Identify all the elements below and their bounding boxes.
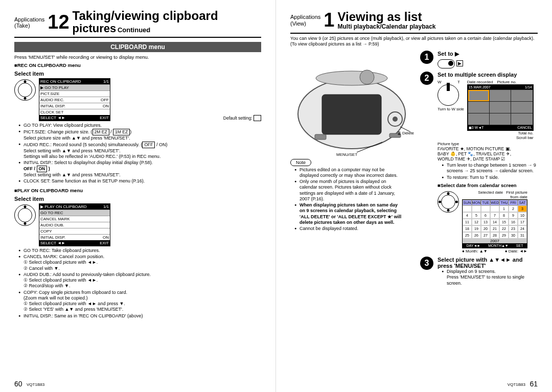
page-61: Applications (View) 1 Viewing as list Mu… <box>276 0 552 392</box>
cal-heading: ■Select date from calendar screen <box>438 182 538 189</box>
svg-rect-1 <box>322 95 381 134</box>
picture-no-label: Picture no. <box>497 80 516 84</box>
step-3-label-a: Select picture with ▲▼◄► and <box>438 257 538 263</box>
delete-label: 🗑 Delete <box>397 131 414 135</box>
lever-bullets: Turn lever to change between 1 screen → … <box>438 163 538 180</box>
title-main: Viewing as list <box>337 10 435 23</box>
menu-foot-r: EXIT <box>100 241 109 245</box>
step-3-label-b: press 'MENU/SET' <box>438 263 538 269</box>
date-nav-label: Date: ◄► <box>509 249 527 253</box>
app-label: Applications (Take) <box>14 16 44 29</box>
title-sub: pictures <box>73 22 117 35</box>
camera-illustration: 🗑 Delete MENU/SET <box>290 53 413 155</box>
svg-point-3 <box>360 70 374 84</box>
menu-foot-r: EXIT <box>100 116 109 120</box>
step-3: 3 Select picture with ▲▼◄► and press 'ME… <box>420 257 538 287</box>
from-date-label: from date <box>462 195 527 199</box>
multi-playback-screen: 15.MAR.20071/14 ◼3 W◄TCANCEL <box>467 84 534 131</box>
dpad-icon <box>438 191 459 213</box>
page-60: Applications (Take) 12 Taking/viewing cl… <box>0 0 276 392</box>
play-menu-block: ▶ PLAY ON CLIPBOARD1/1 GO TO RECCANCEL M… <box>14 203 261 246</box>
play-bullets: GO TO REC: Take clipboard pictures.CANCE… <box>14 248 261 319</box>
mode-switch-icon <box>438 59 455 68</box>
selected-date-label: Selected date <box>478 190 503 195</box>
menu-foot-l: SELECT ◄► <box>40 116 65 120</box>
step-2-label: Set to multiple screen display <box>438 72 538 78</box>
menu-title: ▶ PLAY ON CLIPBOARD <box>40 204 87 209</box>
dpad-icon <box>14 79 36 101</box>
t-label: T <box>457 80 460 84</box>
picture-type-list: FAVORITE ★, MOTION PICTURE ▣,BABY 👶, PET… <box>438 146 538 162</box>
cancel-label: CANCEL <box>517 126 532 130</box>
menuset-label: MENU/SET <box>336 152 357 157</box>
section-number: 1 <box>324 9 334 31</box>
dpad-icon <box>14 204 36 226</box>
manual-code: VQT1B83 <box>27 382 44 387</box>
header-left: Applications (Take) 12 Taking/viewing cl… <box>14 9 261 38</box>
step3-bullets: Displayed on 9 screens.Press 'MENU/SET' … <box>438 269 538 286</box>
title-main: Taking/viewing clipboard <box>73 9 218 22</box>
date-recorded-label: Date recorded <box>467 80 493 84</box>
step-2-circle: 2 <box>420 72 433 85</box>
screen-count: 1/14 <box>525 85 532 89</box>
picture-type-label: Picture type <box>438 142 538 146</box>
title-continued: Continued <box>118 26 150 34</box>
step-1-circle: 1 <box>420 51 433 64</box>
menu-foot-l: SELECT ◄► <box>40 241 65 245</box>
scrollbar-label: Scroll bar <box>467 135 534 140</box>
section-bar: CLIPBOARD menu <box>14 42 261 52</box>
w-label: W <box>438 80 442 84</box>
intro-right: You can view 9 (or 25) pictures at once … <box>290 36 538 48</box>
calendar-screen: SUNMONTUEWEDTHUFRISAT 123456789101112131… <box>462 199 527 248</box>
manual-code: VQT1B83 <box>508 382 525 387</box>
rec-bullets: GO TO PLAY: View clipboard pictures.PICT… <box>14 123 261 185</box>
step-2: 2 Set to multiple screen display WT Turn… <box>420 72 538 254</box>
first-picture-label: First picture <box>506 190 527 195</box>
page-number: 60 <box>14 380 22 388</box>
play-heading: ■PLAY ON CLIPBOARD menu <box>14 188 261 194</box>
section-number: 12 <box>48 11 69 33</box>
step-1-label: Set to ▶ <box>438 51 463 57</box>
note-label: Note <box>290 159 311 166</box>
select-item-1: Select item <box>14 71 261 77</box>
month-nav-label: Month: ▲▼ <box>466 249 488 253</box>
cal-year: 2007 <box>463 239 527 243</box>
default-setting-label: Default setting: <box>223 116 252 121</box>
turn-w-label: Turn to W side <box>438 107 464 111</box>
svg-rect-4 <box>315 134 326 140</box>
step-3-circle: 3 <box>420 257 433 270</box>
svg-point-2 <box>316 71 387 85</box>
camera-icon <box>290 53 413 155</box>
menu-title: REC ON CLIPBOARD <box>40 79 81 84</box>
total-no-label: Total no. <box>518 131 533 135</box>
svg-point-6 <box>393 117 398 122</box>
rec-menu-screen: REC ON CLIPBOARD1/1 ▶ GO TO PLAYPICT.SIZ… <box>39 78 110 121</box>
select-item-2: Select item <box>14 196 261 202</box>
rec-menu-block: REC ON CLIPBOARD1/1 ▶ GO TO PLAYPICT.SIZ… <box>14 78 261 121</box>
app-label: Applications (View) <box>290 14 320 26</box>
subtitle: Multi playback/Calendar playback <box>337 23 435 30</box>
intro-text: Press 'MENU/SET' while recording or view… <box>14 54 261 60</box>
header-right: Applications (View) 1 Viewing as list Mu… <box>290 9 538 34</box>
rec-heading: ■REC ON CLIPBOARD menu <box>14 62 261 68</box>
note-bullets: Pictures edited on a computer may not be… <box>290 167 403 232</box>
page-number: 61 <box>530 380 538 388</box>
step-1: 1 Set to ▶ ▶ <box>420 51 538 68</box>
zoom-lever-icon <box>438 84 459 106</box>
screen-date: 15.MAR.2007 <box>469 85 491 89</box>
play-menu-screen: ▶ PLAY ON CLIPBOARD1/1 GO TO RECCANCEL M… <box>39 203 110 246</box>
